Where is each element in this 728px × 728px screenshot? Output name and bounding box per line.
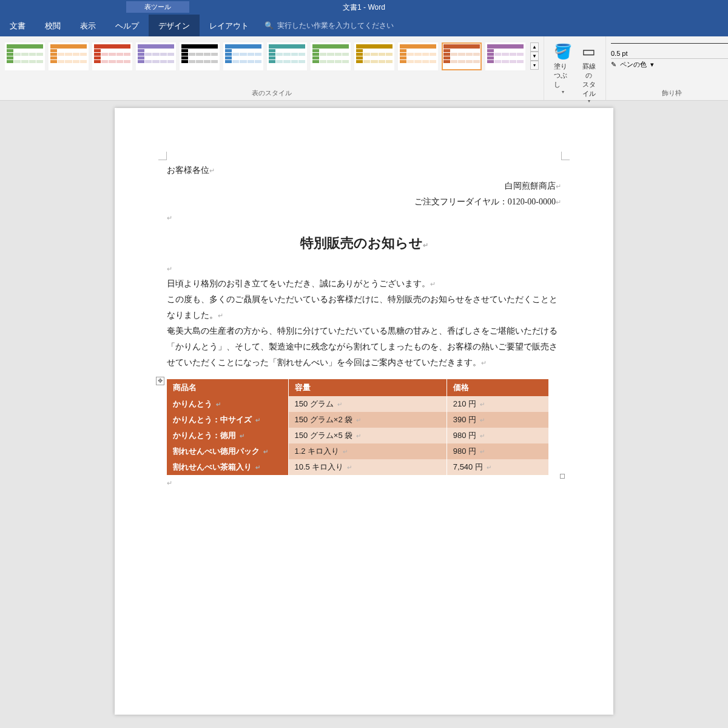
border-styles-button[interactable]: ▭ 罫線の スタイル ▾ [577, 39, 601, 106]
cell-volume: 150 グラム×5 袋↵ [288, 428, 447, 443]
paint-bucket-icon: 🪣 [554, 41, 572, 62]
tab-review[interactable]: 校閲 [35, 15, 70, 36]
pen-weight-value[interactable]: 0.5 pt [611, 50, 628, 57]
table-row[interactable]: 割れせんべい徳用パック↵1.2 キロ入り↵980 円↵ [167, 443, 549, 459]
cell-product-name: 割れせんべい茶箱入り↵ [167, 459, 288, 475]
chevron-down-icon: ▾ [588, 98, 590, 104]
gallery-more-button[interactable]: ▾ [530, 61, 539, 70]
cell-price: 980 円↵ [447, 428, 548, 443]
pen-icon: ✎ [611, 61, 616, 69]
cell-price: 210 円↵ [447, 396, 548, 412]
cell-product-name: 割れせんべい徳用パック↵ [167, 443, 288, 459]
table-style-thumb[interactable] [49, 42, 89, 70]
salutation: お客様各位 [167, 166, 209, 175]
search-placeholder: 実行したい作業を入力してください [277, 21, 394, 31]
ribbon: ▲ ▼ ▾ 表のスタイル 🪣 塗りつぶし ▾ ▭ 罫線の スタイル ▾ 0.5 … [0, 36, 728, 101]
tell-me-search[interactable]: 🔍 実行したい作業を入力してください [258, 15, 728, 36]
table-row[interactable]: 割れせんべい茶箱入り↵10.5 キロ入り↵7,540 円↵ [167, 459, 549, 475]
document-workspace[interactable]: お客様各位↵ 白岡煎餅商店↵ ご注文フリーダイヤル：0120-00-0000↵ … [0, 101, 728, 728]
tab-help[interactable]: ヘルプ [106, 15, 149, 36]
gallery-scroller: ▲ ▼ ▾ [530, 42, 539, 70]
ribbon-group-table-styles: ▲ ▼ ▾ 表のスタイル [0, 36, 544, 100]
table-style-thumb[interactable] [442, 42, 482, 70]
tab-design[interactable]: デザイン [149, 15, 200, 36]
col-header-name: 商品名 [167, 379, 288, 396]
paragraph-2: この度も、多くのご贔屓をいただいているお客様だけに、特別販売のお知らせをさせてい… [167, 295, 558, 320]
table-row[interactable]: かりんとう↵150 グラム↵210 円↵ [167, 396, 549, 412]
table-style-gallery: ▲ ▼ ▾ [5, 39, 539, 70]
cell-volume: 150 グラム×2 袋↵ [288, 412, 447, 428]
title-bar: 表ツール 文書1 - Word [0, 0, 728, 15]
cell-volume: 10.5 キロ入り↵ [288, 459, 447, 475]
table-style-thumb[interactable] [223, 42, 263, 70]
table-style-thumb[interactable] [311, 42, 351, 70]
ribbon-group-shading-borders: 🪣 塗りつぶし ▾ ▭ 罫線の スタイル ▾ [544, 36, 606, 100]
table-style-thumb[interactable] [180, 42, 220, 70]
border-line-samples[interactable]: 0.5 pt ▾ ✎ ペンの色 ▾ [611, 39, 728, 70]
table-resize-handle[interactable] [560, 474, 565, 479]
table-style-thumb[interactable] [354, 42, 394, 70]
document-table-wrap: ✥ 商品名 容量 価格 かりんとう↵150 グラム↵210 円↵かりんとう：中サ… [167, 379, 561, 475]
ribbon-group-label-borders: 飾り枠 [611, 87, 728, 99]
cell-product-name: かりんとう：徳用↵ [167, 428, 288, 443]
table-row[interactable]: かりんとう：中サイズ↵150 グラム×2 袋↵390 円↵ [167, 412, 549, 428]
table-row[interactable]: かりんとう：徳用↵150 グラム×5 袋↵980 円↵ [167, 428, 549, 443]
chevron-down-icon: ▾ [650, 61, 654, 69]
table-style-thumb[interactable] [267, 42, 307, 70]
gallery-up-button[interactable]: ▲ [530, 42, 539, 52]
search-icon: 🔍 [265, 21, 274, 30]
table-style-thumb[interactable] [136, 42, 176, 70]
ribbon-group-label-styles: 表のスタイル [5, 87, 539, 99]
cell-product-name: かりんとう↵ [167, 396, 288, 412]
cell-price: 390 円↵ [447, 412, 548, 428]
margin-mark-top-left [158, 152, 167, 160]
phone-line: ご注文フリーダイヤル：0120-00-0000 [414, 197, 556, 206]
col-header-price: 価格 [447, 379, 548, 396]
paragraph-1: 日頃より格別のお引き立てをいただき、誠にありがとうございます。 [167, 279, 430, 288]
pen-color-button[interactable]: ✎ ペンの色 ▾ [611, 59, 728, 70]
chevron-down-icon: ▾ [562, 89, 564, 95]
gallery-down-button[interactable]: ▼ [530, 52, 539, 61]
margin-mark-top-right [561, 152, 570, 160]
cell-price: 980 円↵ [447, 443, 548, 459]
document-table[interactable]: 商品名 容量 価格 かりんとう↵150 グラム↵210 円↵かりんとう：中サイズ… [167, 379, 549, 475]
cell-price: 7,540 円↵ [447, 459, 548, 475]
context-tab-label: 表ツール [126, 1, 189, 13]
table-style-thumb[interactable] [398, 42, 438, 70]
table-style-thumb[interactable] [92, 42, 132, 70]
border-style-icon: ▭ [582, 41, 596, 62]
ribbon-group-borders: 0.5 pt ▾ ✎ ペンの色 ▾ 飾り枠 [606, 36, 728, 100]
table-move-handle[interactable]: ✥ [156, 377, 164, 385]
tab-view[interactable]: 表示 [70, 15, 106, 36]
table-style-thumb[interactable] [485, 42, 525, 70]
document-title: 文書1 - Word [343, 2, 385, 13]
paragraph-3: 奄美大島の生産者の方から、特別に分けていただいている黒糖の甘みと、香ばしさをご堪… [167, 326, 558, 367]
col-header-volume: 容量 [288, 379, 447, 396]
cell-product-name: かりんとう：中サイズ↵ [167, 412, 288, 428]
tab-document[interactable]: 文書 [0, 15, 35, 36]
cell-volume: 1.2 キロ入り↵ [288, 443, 447, 459]
ribbon-tabs: 文書 校閲 表示 ヘルプ デザイン レイアウト 🔍 実行したい作業を入力してくだ… [0, 15, 728, 36]
company-name: 白岡煎餅商店 [505, 181, 556, 190]
table-header-row: 商品名 容量 価格 [167, 379, 549, 396]
document-heading: 特別販売のお知らせ [300, 235, 423, 251]
cell-volume: 150 グラム↵ [288, 396, 447, 412]
tab-layout[interactable]: レイアウト [200, 15, 258, 36]
shading-button[interactable]: 🪣 塗りつぶし ▾ [549, 39, 577, 97]
table-style-thumb[interactable] [5, 42, 45, 70]
document-page[interactable]: お客様各位↵ 白岡煎餅商店↵ ご注文フリーダイヤル：0120-00-0000↵ … [115, 108, 613, 715]
